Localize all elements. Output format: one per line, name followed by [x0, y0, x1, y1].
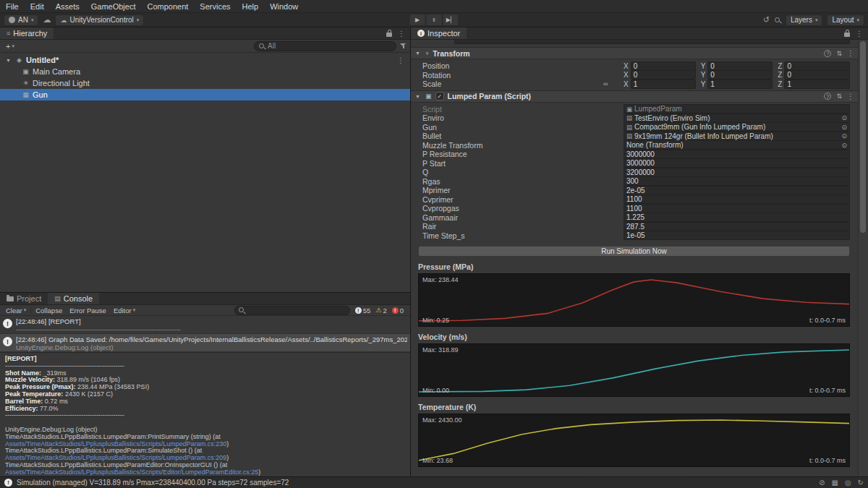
version-control-button[interactable]: ☁ UnityVersionControl ▾: [55, 14, 144, 26]
kebab-menu-icon[interactable]: ⋮: [847, 93, 854, 100]
editor-dropdown[interactable]: Editor ▾: [111, 305, 138, 315]
menu-assets[interactable]: Assets: [50, 0, 85, 12]
play-button[interactable]: ▶: [409, 14, 426, 26]
field-cvprimer[interactable]: 1100: [624, 194, 850, 204]
console-log-entry[interactable]: ![22:48:46] Graph Data Saved: /home/file…: [0, 334, 410, 352]
transform-rotation-z-field[interactable]: 0: [784, 70, 850, 80]
field-time-step-s[interactable]: 1e-05: [624, 231, 850, 240]
field-gammaair[interactable]: 1.225: [624, 213, 850, 222]
object-picker-icon[interactable]: ⊙: [841, 124, 847, 131]
lock-icon[interactable]: [386, 33, 392, 37]
stack-trace-link[interactable]: Assets/TimeAttackStudios/LPplusplusBalli…: [5, 440, 226, 448]
field-rair[interactable]: 287.5: [624, 222, 850, 231]
account-button[interactable]: AN ▾: [4, 14, 38, 26]
foldout-icon[interactable]: ▼: [6, 58, 12, 63]
scene-kebab-icon[interactable]: ⋮: [397, 56, 410, 64]
tab-console[interactable]: ▤ Console: [48, 293, 99, 304]
help-icon[interactable]: ?: [824, 93, 831, 100]
run-simulation-button[interactable]: Run Simulation Now: [418, 246, 850, 257]
foldout-icon[interactable]: ▼: [415, 51, 422, 56]
menu-services[interactable]: Services: [194, 0, 236, 12]
field-enviro[interactable]: ▤TestEnviro (Enviro Sim)⊙: [624, 114, 850, 123]
object-picker-icon[interactable]: ⊙: [841, 142, 847, 149]
transform-rotation-x-field[interactable]: 0: [631, 70, 696, 80]
field-mprimer[interactable]: 2e-05: [624, 186, 850, 195]
transform-scale-y-field[interactable]: 1: [707, 80, 773, 89]
activity-icon[interactable]: ◎: [845, 479, 851, 487]
preset-icon[interactable]: ⇅: [836, 50, 842, 57]
transform-header[interactable]: ▼ + Transform ? ⇅ ⋮: [411, 47, 859, 59]
transform-position-z-field[interactable]: 0: [784, 61, 850, 71]
search-icon[interactable]: [774, 17, 781, 24]
kebab-menu-icon[interactable]: ⋮: [398, 30, 405, 38]
refresh-icon[interactable]: ↻: [858, 479, 864, 487]
transform-position-x-field[interactable]: 0: [631, 61, 696, 71]
inspector-scrollbar[interactable]: [858, 40, 868, 476]
hierarchy-item-main-camera[interactable]: ▣Main Camera: [0, 66, 410, 77]
hierarchy-item-gun[interactable]: ▦Gun: [0, 89, 410, 100]
graph-title: Velocity (m/s): [418, 333, 859, 341]
object-picker-icon[interactable]: ⊙: [841, 132, 847, 140]
transform-scale-x-field[interactable]: 1: [631, 80, 696, 89]
notifications-icon[interactable]: ⊘: [819, 479, 825, 487]
transform-rotation-y-field[interactable]: 0: [707, 70, 773, 80]
field-script[interactable]: ▣LumpedParam: [624, 104, 850, 114]
error-pause-toggle[interactable]: Error Pause: [67, 305, 109, 315]
lumped-param-header[interactable]: ▼ ▣ ✓ Lumped Param (Script) ? ⇅ ⋮: [411, 90, 859, 103]
field-p-start[interactable]: 3000000: [624, 158, 850, 168]
filter-icon[interactable]: [400, 43, 407, 49]
menu-gameobject[interactable]: GameObject: [85, 0, 142, 12]
help-icon[interactable]: ?: [824, 50, 831, 57]
cube-icon: ▦: [22, 91, 30, 98]
layers-dropdown[interactable]: Layers ▾: [786, 14, 823, 26]
undo-history-icon[interactable]: ↺: [763, 15, 770, 25]
field-cvpropgas[interactable]: 1100: [624, 204, 850, 213]
pause-button[interactable]: ‖: [426, 14, 443, 26]
preset-icon[interactable]: ⇅: [836, 93, 842, 100]
field-rgas[interactable]: 300: [624, 176, 850, 186]
console-search-input[interactable]: [234, 306, 350, 315]
menu-window[interactable]: Window: [264, 0, 304, 12]
layout-dropdown[interactable]: Layout ▾: [827, 14, 864, 26]
menu-help[interactable]: Help: [237, 0, 265, 12]
foldout-icon[interactable]: ▼: [415, 94, 422, 99]
transform-position-y-field[interactable]: 0: [707, 61, 773, 71]
collapse-toggle[interactable]: Collapse: [33, 305, 65, 315]
clear-button[interactable]: Clear ▾: [3, 305, 29, 315]
field-gun[interactable]: ▤Compact9mm (Gun Info Lumped Param)⊙: [624, 122, 850, 132]
stack-trace-link[interactable]: Assets/TimeAttackStudios/LPplusplusBalli…: [5, 468, 258, 476]
kebab-menu-icon[interactable]: ⋮: [847, 49, 854, 57]
stack-trace-link[interactable]: Assets/TimeAttackStudios/LPplusplusBalli…: [5, 454, 226, 461]
scrollbar-thumb[interactable]: [860, 41, 866, 233]
component-enabled-checkbox[interactable]: ✓: [435, 92, 444, 100]
info-count[interactable]: ! 55: [355, 307, 371, 314]
object-picker-icon[interactable]: ⊙: [841, 114, 847, 121]
field-muzzle-transform[interactable]: None (Transform)⊙: [624, 140, 850, 150]
status-info-icon[interactable]: !: [4, 479, 12, 487]
grid-icon[interactable]: ▦: [831, 479, 838, 487]
tab-project[interactable]: Project: [0, 293, 48, 304]
hierarchy-item-directional-light[interactable]: ☀Directional Light: [0, 77, 410, 89]
constrain-proportions-icon[interactable]: ∞: [603, 80, 608, 87]
create-menu-button[interactable]: + ▾: [4, 42, 17, 51]
kebab-menu-icon[interactable]: ⋮: [856, 30, 863, 38]
console-log-entry[interactable]: ![22:48:46] [REPORT]--------------------…: [0, 316, 410, 334]
hierarchy-search-input[interactable]: All: [254, 41, 396, 51]
menu-file[interactable]: File: [0, 0, 25, 12]
transform-scale-z-field[interactable]: 1: [784, 80, 850, 89]
cloud-icon[interactable]: ☁: [43, 15, 51, 25]
warning-count[interactable]: ⚠ 2: [375, 307, 386, 314]
error-count[interactable]: ! 0: [392, 307, 404, 314]
menu-edit[interactable]: Edit: [25, 0, 50, 12]
step-button[interactable]: ▶▏: [443, 14, 459, 26]
field-p-resistance[interactable]: 3000000: [624, 150, 850, 159]
tab-hierarchy[interactable]: ≡ Hierarchy: [0, 27, 54, 39]
tab-inspector[interactable]: i Inspector: [411, 27, 467, 39]
add-component-button[interactable]: Add Component: [580, 476, 690, 476]
graph-max-label: Max: 2430.00: [422, 416, 462, 424]
hierarchy-scene-row[interactable]: ▼ ◈ Untitled* ⋮: [0, 54, 410, 66]
lock-icon[interactable]: [844, 33, 850, 37]
field-q[interactable]: 3200000: [624, 168, 850, 177]
field-bullet[interactable]: ▤9x19mm 124gr (Bullet Info Lumped Param)…: [624, 132, 850, 141]
menu-component[interactable]: Component: [141, 0, 194, 12]
